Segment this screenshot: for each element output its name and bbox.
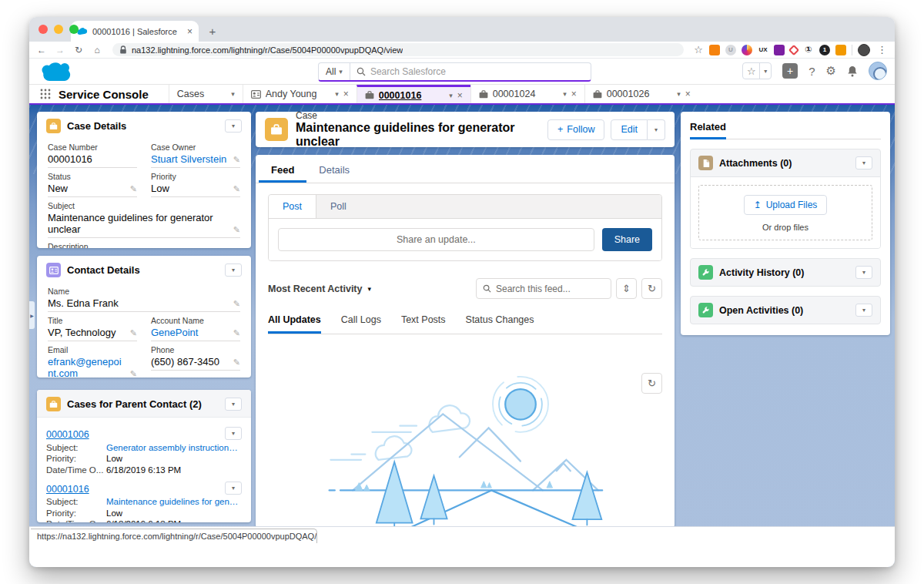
row-actions-button[interactable]: ▾	[225, 482, 242, 495]
address-bar[interactable]: na132.lightning.force.com/lightning/r/Ca…	[112, 43, 684, 56]
global-search[interactable]: All ▾	[318, 62, 591, 82]
feed-tab-status-changes[interactable]: Status Changes	[466, 314, 534, 334]
help-icon[interactable]: ?	[808, 65, 815, 78]
collapse-panel-button[interactable]: ▾	[225, 119, 242, 133]
share-button[interactable]: Share	[602, 228, 652, 251]
chevron-down-icon[interactable]: ▾	[231, 90, 235, 98]
edit-pencil-icon[interactable]: ✎	[233, 184, 240, 194]
tab-close-icon[interactable]: ×	[187, 27, 192, 36]
file-drop-zone[interactable]: ↥Upload Files Or drop files	[698, 185, 872, 240]
refresh-feed-button[interactable]: ↻	[641, 278, 662, 299]
workspace-tab-00001026[interactable]: 00001026 ▾ ×	[584, 85, 698, 103]
reload-icon[interactable]: ↻	[72, 45, 85, 55]
edit-pencil-icon[interactable]: ✎	[233, 357, 240, 368]
favorite-star-icon[interactable]: ☆	[743, 63, 760, 79]
global-search-input[interactable]	[366, 66, 591, 77]
row-actions-button[interactable]: ▾	[225, 427, 242, 440]
refresh-feed-button[interactable]: ↻	[641, 373, 662, 394]
tab-close-icon[interactable]: ×	[571, 89, 577, 99]
object-tab-cases[interactable]: Cases ▾	[169, 85, 243, 103]
email-link[interactable]: efrank@genepoint.com	[48, 356, 127, 378]
ext-disabled-icon[interactable]: U	[725, 45, 736, 55]
user-avatar[interactable]	[869, 62, 887, 80]
ext-diamond-icon[interactable]	[788, 44, 799, 55]
account-link[interactable]: GenePoint	[151, 327, 230, 338]
tab-related[interactable]: Related	[690, 121, 726, 139]
tab-chevron-icon[interactable]: ▾	[563, 90, 567, 98]
edit-pencil-icon[interactable]: ✎	[130, 328, 137, 338]
ext-one-badge-icon[interactable]: 1	[819, 45, 830, 55]
global-actions-icon[interactable]: +	[782, 63, 798, 79]
collapse-card-button[interactable]: ▾	[855, 304, 872, 317]
workspace-tab-andy-young[interactable]: Andy Young ▾ ×	[243, 85, 357, 103]
workspace-tab-00001024[interactable]: 00001024 ▾ ×	[470, 85, 584, 103]
sidebar-expand-handle[interactable]: ▶	[29, 301, 35, 329]
edit-pencil-icon[interactable]: ✎	[233, 299, 240, 309]
tab-chevron-icon[interactable]: ▾	[677, 90, 681, 98]
feed-tab-all-updates[interactable]: All Updates	[268, 314, 321, 334]
collapse-card-button[interactable]: ▾	[855, 156, 872, 169]
case-number-link[interactable]: 00001006	[46, 429, 89, 440]
app-launcher-icon[interactable]	[29, 85, 59, 103]
favorites-control[interactable]: ☆ ▾	[742, 62, 772, 79]
browser-menu-icon[interactable]: ⋮	[875, 44, 889, 55]
edit-pencil-icon[interactable]: ✎	[130, 369, 137, 378]
tab-details[interactable]: Details	[306, 155, 362, 183]
collapse-panel-button[interactable]: ▾	[225, 263, 242, 277]
panel-title: Contact Details	[67, 264, 219, 276]
workspace-tab-00001016[interactable]: 00001016 ▾ ×	[357, 85, 470, 103]
feed-search[interactable]	[476, 278, 611, 299]
new-tab-button[interactable]: +	[203, 22, 222, 40]
notifications-bell-icon[interactable]	[847, 65, 858, 77]
tab-chevron-icon[interactable]: ▾	[335, 90, 339, 98]
search-scope-dropdown[interactable]: All ▾	[319, 63, 350, 80]
share-update-input[interactable]	[278, 228, 594, 251]
tab-chevron-icon[interactable]: ▾	[449, 92, 453, 99]
collapse-card-button[interactable]: ▾	[855, 266, 872, 279]
follow-button[interactable]: +Follow	[547, 119, 604, 140]
edit-pencil-icon[interactable]: ✎	[130, 184, 137, 194]
edit-pencil-icon[interactable]: ✎	[233, 225, 240, 235]
back-icon[interactable]: ←	[35, 45, 48, 55]
feed-sort-dropdown[interactable]: Most Recent Activity ▾	[268, 284, 371, 294]
edit-pencil-icon[interactable]: ✎	[233, 155, 240, 165]
ext-ux-check-icon[interactable]: UX	[758, 45, 768, 55]
close-window-button[interactable]	[38, 25, 48, 34]
tab-poll[interactable]: Poll	[316, 195, 360, 218]
home-icon[interactable]: ⌂	[91, 45, 103, 55]
tab-post[interactable]: Post	[269, 195, 316, 218]
edit-button[interactable]: Edit	[611, 119, 648, 140]
case-subject-link[interactable]: Generator assembly instructions uncl...	[106, 443, 242, 452]
ext-analytics-icon[interactable]	[709, 45, 720, 55]
ext-circle-one-icon[interactable]: ①	[803, 45, 814, 55]
case-number-link[interactable]: 00001016	[46, 484, 89, 495]
upload-files-button[interactable]: ↥Upload Files	[744, 195, 828, 215]
collapse-feed-posts-button[interactable]: ⇕	[616, 278, 637, 299]
ext-camera-icon[interactable]	[742, 45, 752, 55]
more-actions-chevron-button[interactable]: ▾	[648, 119, 665, 140]
edit-pencil-icon[interactable]: ✎	[233, 328, 240, 338]
browser-tab[interactable]: 00001016 | Salesforce ×	[71, 21, 199, 42]
browser-profile-avatar[interactable]	[858, 44, 870, 56]
minimize-window-button[interactable]	[54, 25, 63, 34]
favorites-chevron-icon[interactable]: ▾	[760, 63, 771, 79]
bookmark-star-icon[interactable]: ☆	[693, 45, 704, 55]
collapse-panel-button[interactable]: ▾	[225, 398, 242, 411]
tab-close-icon[interactable]: ×	[457, 90, 463, 101]
setup-gear-icon[interactable]: ⚙	[826, 64, 836, 78]
ext-grid-icon[interactable]	[835, 45, 846, 55]
case-owner-link[interactable]: Stuart Silverstein	[151, 153, 230, 165]
case-subject-link[interactable]: Maintenance guidelines for generato...	[106, 497, 242, 506]
feed-search-input[interactable]	[496, 284, 604, 294]
status-value: New	[48, 183, 127, 194]
chatter-publisher: Post Poll Share	[268, 194, 662, 261]
ext-purple-icon[interactable]	[774, 45, 785, 55]
tab-close-icon[interactable]: ×	[343, 89, 349, 99]
feed-tab-text-posts[interactable]: Text Posts	[401, 314, 446, 334]
forward-icon[interactable]: →	[54, 45, 66, 55]
feed-tab-call-logs[interactable]: Call Logs	[341, 314, 381, 334]
tab-close-icon[interactable]: ×	[685, 89, 691, 99]
entity-label: Case	[296, 112, 540, 121]
maximize-window-button[interactable]	[69, 25, 79, 34]
tab-feed[interactable]: Feed	[259, 155, 306, 183]
